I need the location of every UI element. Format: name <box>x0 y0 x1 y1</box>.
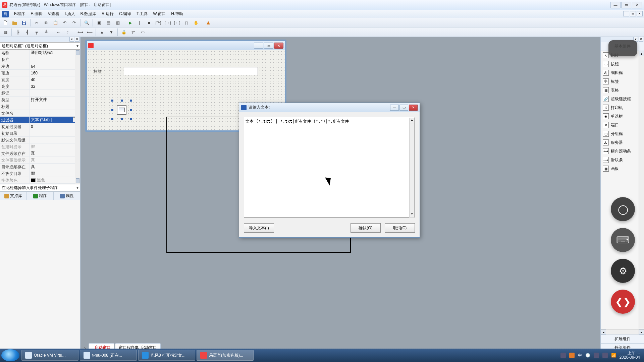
property-value[interactable]: 真 <box>30 150 80 157</box>
keyboard-overlay-button[interactable]: ⌨ <box>611 228 635 252</box>
property-value[interactable]: 假 <box>30 143 80 150</box>
property-row[interactable]: 标记 <box>0 90 80 97</box>
lock-button[interactable]: 🔒 <box>119 28 128 36</box>
selected-component-dialog[interactable] <box>112 101 131 119</box>
property-row[interactable]: 过滤器文本 (*.txt) |… <box>0 117 80 123</box>
pane-close-button[interactable]: ✕ <box>75 37 79 42</box>
open-button[interactable] <box>10 19 19 27</box>
taskbar-item-eyuyan[interactable]: 易语言(加密狗版)... <box>197 350 254 361</box>
property-row[interactable]: 目录必须存在真 <box>0 164 80 170</box>
property-row[interactable]: 字体颜色黑色 <box>0 177 80 184</box>
property-row[interactable]: 不改变目录假 <box>0 170 80 177</box>
compile-run-button[interactable] <box>204 19 213 27</box>
property-value[interactable]: 文本 (*.txt) |… <box>30 117 80 123</box>
send-back-button[interactable]: ▼ <box>107 28 116 36</box>
property-row[interactable]: 顶边160 <box>0 70 80 76</box>
property-value[interactable]: 真 <box>30 157 80 163</box>
editbox-component[interactable] <box>124 67 258 75</box>
property-row[interactable]: 文件名 <box>0 110 80 117</box>
tray-icon-2[interactable]: 🕑 <box>585 353 590 358</box>
code-overlay-button[interactable]: ❮❯ <box>611 290 635 314</box>
form-close-button[interactable]: ✕ <box>274 43 283 49</box>
property-row[interactable]: 宽度40 <box>0 76 80 83</box>
prop-scrollbar[interactable] <box>75 50 80 184</box>
run-button[interactable]: ▶ <box>126 19 135 27</box>
form-maximize-button[interactable]: ▭ <box>264 43 273 49</box>
ok-button[interactable]: 确认(O) <box>351 223 381 233</box>
ime-indicator[interactable]: 中 <box>578 353 582 358</box>
property-row[interactable]: 初始目录 <box>0 130 80 137</box>
property-value[interactable] <box>30 103 80 110</box>
menu-help[interactable]: H.帮助 <box>168 10 186 18</box>
center-v-button[interactable]: ⟵ <box>85 28 94 36</box>
property-value[interactable]: 真 <box>30 164 80 170</box>
menu-view[interactable]: V.查看 <box>45 10 62 18</box>
dialog-textarea[interactable] <box>244 117 415 218</box>
same-width-button[interactable]: ↔ <box>54 28 63 36</box>
stop-button[interactable]: ■ <box>145 19 153 27</box>
import-text-button[interactable]: 导入文本(I) <box>244 223 274 233</box>
property-row[interactable]: 名称通用对话框1 <box>0 50 80 56</box>
start-button[interactable] <box>1 349 19 361</box>
property-value[interactable]: 0 <box>30 123 80 130</box>
window1-button[interactable]: ▣ <box>95 19 103 27</box>
window3-button[interactable]: ▥ <box>113 19 122 27</box>
test-button[interactable]: ▭ <box>138 28 147 36</box>
property-value[interactable]: 40 <box>30 76 80 83</box>
property-row[interactable]: 创建时提示假 <box>0 143 80 150</box>
property-value[interactable]: 打开文件 <box>30 97 80 103</box>
comp-close-button[interactable]: ✕ <box>639 37 643 42</box>
property-value[interactable] <box>30 110 80 116</box>
property-row[interactable]: 高度32 <box>0 83 80 90</box>
property-row[interactable]: 文件必须存在真 <box>0 150 80 157</box>
bring-front-button[interactable]: ▲ <box>98 28 106 36</box>
tray-icon-1[interactable] <box>560 353 566 358</box>
menu-program[interactable]: F.程序 <box>11 10 28 18</box>
tab-support-lib[interactable]: 支持库 <box>0 192 27 200</box>
dialog-maximize-button[interactable]: ▭ <box>399 105 408 111</box>
cut-button[interactable]: ✂ <box>32 19 41 27</box>
save-button[interactable] <box>20 19 29 27</box>
redo-button[interactable]: ↷ <box>70 19 78 27</box>
new-button[interactable] <box>1 19 10 27</box>
step-out-button[interactable]: {←} <box>173 19 181 27</box>
align-right-button[interactable]: ┫ <box>23 28 32 36</box>
dialog-close-button[interactable]: ✕ <box>409 105 418 111</box>
property-value[interactable]: 假 <box>30 170 80 177</box>
tray-icon-sogou[interactable] <box>569 353 575 358</box>
property-value[interactable]: 32 <box>30 83 80 89</box>
menu-insert[interactable]: I.插入 <box>62 10 78 18</box>
breakpoint-button[interactable]: {} <box>182 19 191 27</box>
property-row[interactable]: 初始过滤器0 <box>0 123 80 130</box>
step-into-button[interactable]: {→} <box>163 19 172 27</box>
tab-program[interactable]: 程序 <box>27 192 54 200</box>
tray-icon-3[interactable] <box>594 353 599 358</box>
mdi-minimize-button[interactable]: — <box>623 11 629 16</box>
menu-edit[interactable]: E.编辑 <box>28 10 45 18</box>
object-selector[interactable]: 通用对话框1 (通用对话框) ▾ <box>0 42 80 50</box>
property-row[interactable]: 左边64 <box>0 63 80 70</box>
minimize-button[interactable]: — <box>610 2 621 8</box>
mdi-restore-button[interactable]: ▭ <box>630 11 636 16</box>
step-over-button[interactable]: {↷} <box>154 19 163 27</box>
maximize-button[interactable]: ▭ <box>621 2 631 8</box>
menu-tools[interactable]: T.工具 <box>134 10 150 18</box>
taskbar-item-ie[interactable]: 兜风8 打开指定文... <box>138 350 195 361</box>
pause-button[interactable]: ∥ <box>135 19 144 27</box>
event-selector[interactable]: 在此处选择加入事件处理子程序 ▾ <box>0 184 80 191</box>
dialog-titlebar[interactable]: 请输入文本: — ▭ ✕ <box>239 103 420 112</box>
property-value[interactable] <box>30 90 80 96</box>
comp-scrollbar-v[interactable]: ▴ <box>639 51 644 328</box>
cancel-button[interactable]: 取消(C) <box>385 223 415 233</box>
close-button[interactable]: ✕ <box>632 2 642 8</box>
property-row[interactable]: 类型打开文件 <box>0 97 80 103</box>
gear-overlay-button[interactable]: ⚙ <box>611 259 635 283</box>
form-minimize-button[interactable]: — <box>254 43 263 49</box>
property-value[interactable] <box>30 137 80 143</box>
undo-button[interactable]: ↶ <box>60 19 69 27</box>
tray-icon-4[interactable] <box>602 353 608 358</box>
copy-button[interactable]: ⧉ <box>42 19 50 27</box>
property-value[interactable]: 通用对话框1 <box>30 50 80 56</box>
grid-button[interactable]: ▦ <box>1 28 10 36</box>
taskbar-item-tmu[interactable]: t-mu-008 [正在... <box>80 350 137 361</box>
